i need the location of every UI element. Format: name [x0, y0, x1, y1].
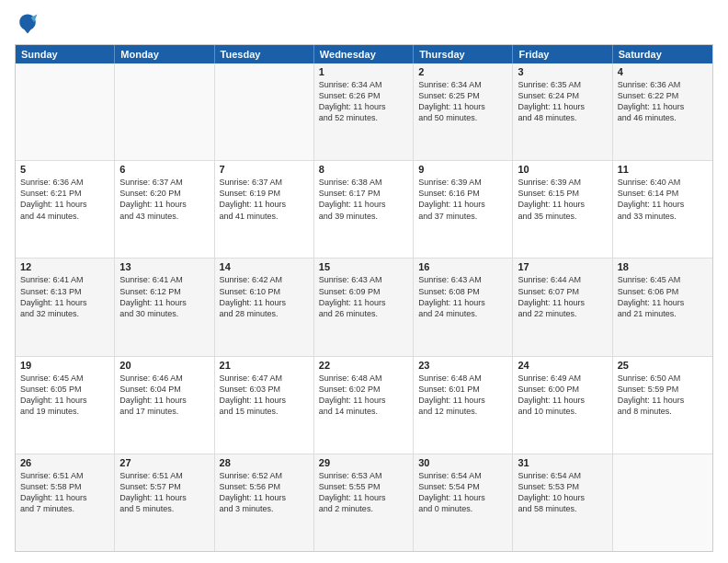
- day-number: 7: [220, 164, 309, 175]
- calendar-cell: 17Sunrise: 6:44 AM Sunset: 6:07 PM Dayli…: [513, 259, 612, 355]
- day-number: 10: [518, 164, 607, 175]
- calendar-cell: 7Sunrise: 6:37 AM Sunset: 6:19 PM Daylig…: [215, 161, 314, 258]
- calendar-cell: [215, 63, 314, 160]
- day-number: 11: [618, 164, 708, 175]
- cell-info: Sunrise: 6:43 AM Sunset: 6:09 PM Dayligh…: [319, 274, 408, 319]
- weekday-header: Sunday: [16, 45, 115, 63]
- weekday-header: Saturday: [613, 45, 712, 63]
- day-number: 16: [418, 261, 507, 272]
- calendar-cell: 8Sunrise: 6:38 AM Sunset: 6:17 PM Daylig…: [314, 161, 414, 258]
- weekday-header: Friday: [513, 45, 612, 63]
- cell-info: Sunrise: 6:36 AM Sunset: 6:21 PM Dayligh…: [20, 177, 109, 222]
- calendar-cell: 26Sunrise: 6:51 AM Sunset: 5:58 PM Dayli…: [16, 454, 115, 551]
- calendar-row: 5Sunrise: 6:36 AM Sunset: 6:21 PM Daylig…: [16, 161, 712, 259]
- cell-info: Sunrise: 6:41 AM Sunset: 6:12 PM Dayligh…: [119, 274, 209, 319]
- calendar-cell: 1Sunrise: 6:34 AM Sunset: 6:26 PM Daylig…: [314, 63, 414, 160]
- calendar-cell: 9Sunrise: 6:39 AM Sunset: 6:16 PM Daylig…: [414, 161, 513, 258]
- cell-info: Sunrise: 6:37 AM Sunset: 6:20 PM Dayligh…: [119, 177, 209, 222]
- calendar-cell: 18Sunrise: 6:45 AM Sunset: 6:06 PM Dayli…: [613, 259, 712, 355]
- day-number: 9: [418, 164, 507, 175]
- weekday-header: Wednesday: [314, 45, 414, 63]
- calendar-cell: 2Sunrise: 6:34 AM Sunset: 6:25 PM Daylig…: [414, 63, 513, 160]
- day-number: 23: [418, 360, 507, 371]
- cell-info: Sunrise: 6:34 AM Sunset: 6:26 PM Dayligh…: [319, 79, 408, 124]
- weekday-header: Thursday: [414, 45, 513, 63]
- calendar-cell: 31Sunrise: 6:54 AM Sunset: 5:53 PM Dayli…: [513, 454, 612, 551]
- cell-info: Sunrise: 6:40 AM Sunset: 6:14 PM Dayligh…: [618, 177, 708, 222]
- calendar-cell: 25Sunrise: 6:50 AM Sunset: 5:59 PM Dayli…: [613, 357, 712, 454]
- cell-info: Sunrise: 6:42 AM Sunset: 6:10 PM Dayligh…: [220, 274, 309, 319]
- day-number: 22: [319, 360, 408, 371]
- cell-info: Sunrise: 6:50 AM Sunset: 5:59 PM Dayligh…: [618, 373, 708, 418]
- cell-info: Sunrise: 6:46 AM Sunset: 6:04 PM Dayligh…: [119, 373, 209, 418]
- calendar: SundayMondayTuesdayWednesdayThursdayFrid…: [15, 44, 713, 552]
- day-number: 18: [618, 261, 708, 272]
- calendar-cell: 11Sunrise: 6:40 AM Sunset: 6:14 PM Dayli…: [613, 161, 712, 258]
- calendar-cell: 15Sunrise: 6:43 AM Sunset: 6:09 PM Dayli…: [314, 259, 414, 355]
- calendar-cell: [115, 63, 214, 160]
- day-number: 29: [319, 457, 408, 468]
- calendar-row: 12Sunrise: 6:41 AM Sunset: 6:13 PM Dayli…: [16, 259, 712, 356]
- cell-info: Sunrise: 6:54 AM Sunset: 5:53 PM Dayligh…: [518, 470, 607, 515]
- day-number: 24: [518, 360, 607, 371]
- cell-info: Sunrise: 6:53 AM Sunset: 5:55 PM Dayligh…: [319, 470, 408, 515]
- day-number: 21: [220, 360, 309, 371]
- day-number: 12: [20, 261, 109, 272]
- calendar-cell: 30Sunrise: 6:54 AM Sunset: 5:54 PM Dayli…: [414, 454, 513, 551]
- day-number: 6: [119, 164, 209, 175]
- calendar-cell: 22Sunrise: 6:48 AM Sunset: 6:02 PM Dayli…: [314, 357, 414, 454]
- day-number: 17: [518, 261, 607, 272]
- cell-info: Sunrise: 6:35 AM Sunset: 6:24 PM Dayligh…: [518, 79, 607, 124]
- cell-info: Sunrise: 6:52 AM Sunset: 5:56 PM Dayligh…: [220, 470, 309, 515]
- day-number: 25: [618, 360, 708, 371]
- calendar-cell: 12Sunrise: 6:41 AM Sunset: 6:13 PM Dayli…: [16, 259, 115, 355]
- cell-info: Sunrise: 6:54 AM Sunset: 5:54 PM Dayligh…: [418, 470, 507, 515]
- calendar-cell: [16, 63, 115, 160]
- day-number: 19: [20, 360, 109, 371]
- day-number: 2: [418, 66, 507, 77]
- calendar-cell: 24Sunrise: 6:49 AM Sunset: 6:00 PM Dayli…: [513, 357, 612, 454]
- calendar-cell: [613, 454, 712, 551]
- day-number: 20: [119, 360, 209, 371]
- weekday-header: Monday: [115, 45, 214, 63]
- day-number: 14: [220, 261, 309, 272]
- calendar-cell: 28Sunrise: 6:52 AM Sunset: 5:56 PM Dayli…: [215, 454, 314, 551]
- cell-info: Sunrise: 6:37 AM Sunset: 6:19 PM Dayligh…: [220, 177, 309, 222]
- cell-info: Sunrise: 6:49 AM Sunset: 6:00 PM Dayligh…: [518, 373, 607, 418]
- cell-info: Sunrise: 6:34 AM Sunset: 6:25 PM Dayligh…: [418, 79, 507, 124]
- calendar-row: 19Sunrise: 6:45 AM Sunset: 6:05 PM Dayli…: [16, 357, 712, 454]
- logo-icon: [15, 11, 40, 37]
- cell-info: Sunrise: 6:39 AM Sunset: 6:16 PM Dayligh…: [418, 177, 507, 222]
- logo: [15, 11, 44, 37]
- calendar-cell: 14Sunrise: 6:42 AM Sunset: 6:10 PM Dayli…: [215, 259, 314, 355]
- calendar-cell: 21Sunrise: 6:47 AM Sunset: 6:03 PM Dayli…: [215, 357, 314, 454]
- cell-info: Sunrise: 6:36 AM Sunset: 6:22 PM Dayligh…: [618, 79, 708, 124]
- calendar-cell: 10Sunrise: 6:39 AM Sunset: 6:15 PM Dayli…: [513, 161, 612, 258]
- cell-info: Sunrise: 6:51 AM Sunset: 5:57 PM Dayligh…: [119, 470, 209, 515]
- calendar-body: 1Sunrise: 6:34 AM Sunset: 6:26 PM Daylig…: [16, 63, 712, 551]
- day-number: 3: [518, 66, 607, 77]
- day-number: 31: [518, 457, 607, 468]
- cell-info: Sunrise: 6:51 AM Sunset: 5:58 PM Dayligh…: [20, 470, 109, 515]
- day-number: 28: [220, 457, 309, 468]
- header: [15, 11, 713, 37]
- day-number: 1: [319, 66, 408, 77]
- calendar-cell: 20Sunrise: 6:46 AM Sunset: 6:04 PM Dayli…: [115, 357, 214, 454]
- weekday-header: Tuesday: [215, 45, 314, 63]
- day-number: 27: [119, 457, 209, 468]
- calendar-cell: 3Sunrise: 6:35 AM Sunset: 6:24 PM Daylig…: [513, 63, 612, 160]
- day-number: 15: [319, 261, 408, 272]
- calendar-cell: 29Sunrise: 6:53 AM Sunset: 5:55 PM Dayli…: [314, 454, 414, 551]
- calendar-cell: 23Sunrise: 6:48 AM Sunset: 6:01 PM Dayli…: [414, 357, 513, 454]
- day-number: 26: [20, 457, 109, 468]
- calendar-row: 1Sunrise: 6:34 AM Sunset: 6:26 PM Daylig…: [16, 63, 712, 161]
- calendar-cell: 16Sunrise: 6:43 AM Sunset: 6:08 PM Dayli…: [414, 259, 513, 355]
- page: SundayMondayTuesdayWednesdayThursdayFrid…: [0, 0, 728, 563]
- calendar-cell: 27Sunrise: 6:51 AM Sunset: 5:57 PM Dayli…: [115, 454, 214, 551]
- calendar-cell: 4Sunrise: 6:36 AM Sunset: 6:22 PM Daylig…: [613, 63, 712, 160]
- cell-info: Sunrise: 6:38 AM Sunset: 6:17 PM Dayligh…: [319, 177, 408, 222]
- calendar-cell: 19Sunrise: 6:45 AM Sunset: 6:05 PM Dayli…: [16, 357, 115, 454]
- cell-info: Sunrise: 6:45 AM Sunset: 6:05 PM Dayligh…: [20, 373, 109, 418]
- day-number: 4: [618, 66, 708, 77]
- cell-info: Sunrise: 6:45 AM Sunset: 6:06 PM Dayligh…: [618, 274, 708, 319]
